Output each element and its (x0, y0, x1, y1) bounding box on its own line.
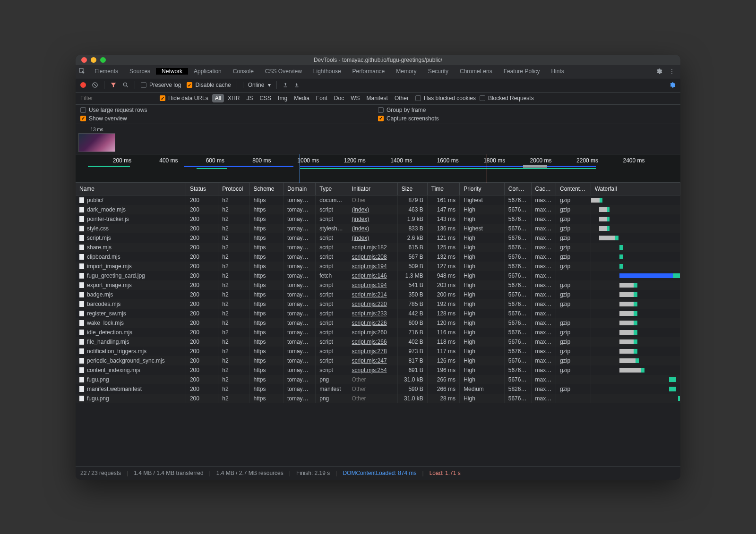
use-large-rows-checkbox[interactable]: Use large request rows (80, 107, 378, 113)
table-row[interactable]: dark_mode.mjs200h2httpstomayac…script(in… (76, 205, 680, 214)
clear-button[interactable] (92, 82, 98, 88)
settings-icon[interactable] (656, 68, 662, 75)
column-header[interactable]: Content-… (556, 183, 591, 195)
initiator-link[interactable]: (index) (352, 225, 369, 232)
tab-security[interactable]: Security (422, 68, 454, 75)
download-har-icon[interactable] (294, 82, 300, 88)
initiator-link[interactable]: script.mjs:266 (352, 339, 387, 345)
type-filter-manifest[interactable]: Manifest (364, 94, 391, 102)
show-overview-checkbox[interactable]: ✓Show overview (80, 115, 378, 122)
initiator-link[interactable]: script.mjs:233 (352, 310, 387, 317)
column-header[interactable]: Waterfall (591, 183, 680, 195)
table-row[interactable]: fugu.png200h2httpstomayac…pngOther31.0 k… (76, 394, 680, 403)
type-filter-img[interactable]: Img (275, 94, 290, 102)
table-row[interactable]: manifest.webmanifest200h2httpstomayac…ma… (76, 384, 680, 394)
initiator-link[interactable]: script.mjs:146 (352, 272, 387, 279)
initiator-link[interactable]: script.mjs:226 (352, 320, 387, 326)
overview-timeline[interactable]: 200 ms400 ms600 ms800 ms1000 ms1200 ms14… (76, 154, 680, 183)
column-header[interactable]: Initiator (348, 183, 397, 195)
capture-screenshots-checkbox[interactable]: ✓Capture screenshots (378, 115, 676, 122)
table-row[interactable]: notification_triggers.mjs200h2httpstomay… (76, 347, 680, 356)
column-header[interactable]: Size (397, 183, 427, 195)
inspect-icon[interactable] (76, 68, 89, 75)
type-filter-xhr[interactable]: XHR (225, 94, 242, 102)
table-row[interactable]: wake_lock.mjs200h2httpstomayac…scriptscr… (76, 318, 680, 328)
initiator-link[interactable]: script.mjs:247 (352, 357, 387, 364)
tab-console[interactable]: Console (227, 68, 259, 75)
table-row[interactable]: fugu_greeting_card.jpg200h2httpstomayac…… (76, 271, 680, 280)
record-button[interactable] (80, 82, 86, 88)
tab-memory[interactable]: Memory (390, 68, 422, 75)
table-row[interactable]: badge.mjs200h2httpstomayac…scriptscript.… (76, 290, 680, 299)
tab-elements[interactable]: Elements (89, 68, 124, 75)
tab-lighthouse[interactable]: Lighthouse (308, 68, 347, 75)
titlebar[interactable]: DevTools - tomayac.github.io/fugu-greeti… (76, 55, 680, 65)
column-header[interactable]: Scheme (249, 183, 283, 195)
initiator-link[interactable]: script.mjs:194 (352, 282, 387, 288)
column-header[interactable]: Protocol (218, 183, 249, 195)
search-icon[interactable] (122, 82, 129, 88)
more-icon[interactable]: ⋮ (669, 68, 675, 75)
initiator-link[interactable]: script.mjs:254 (352, 367, 387, 373)
type-filter-all[interactable]: All (212, 94, 224, 102)
type-filter-css[interactable]: CSS (257, 94, 274, 102)
blocked-requests-checkbox[interactable]: Blocked Requests (480, 95, 534, 102)
table-row[interactable]: share.mjs200h2httpstomayac…scriptscript.… (76, 243, 680, 252)
table-row[interactable]: barcodes.mjs200h2httpstomayac…scriptscri… (76, 299, 680, 309)
table-row[interactable]: register_sw.mjs200h2httpstomayac…scripts… (76, 309, 680, 318)
column-header[interactable]: Cach… (531, 183, 556, 195)
column-header[interactable]: Type (316, 183, 348, 195)
type-filter-js[interactable]: JS (243, 94, 256, 102)
type-filter-ws[interactable]: WS (348, 94, 362, 102)
initiator-link[interactable]: script.mjs:260 (352, 329, 387, 336)
table-row[interactable]: periodic_background_sync.mjs200h2httpsto… (76, 356, 680, 365)
table-row[interactable]: clipboard.mjs200h2httpstomayac…scriptscr… (76, 252, 680, 262)
table-row[interactable]: pointer-tracker.js200h2httpstomayac…scri… (76, 214, 680, 224)
table-row[interactable]: file_handling.mjs200h2httpstomayac…scrip… (76, 337, 680, 347)
table-row[interactable]: idle_detection.mjs200h2httpstomayac…scri… (76, 328, 680, 337)
initiator-link[interactable]: (index) (352, 206, 369, 213)
filter-input[interactable] (80, 95, 156, 102)
tab-performance[interactable]: Performance (347, 68, 391, 75)
preserve-log-checkbox[interactable]: Preserve log (141, 82, 181, 88)
initiator-link[interactable]: script.mjs:278 (352, 348, 387, 355)
group-by-frame-checkbox[interactable]: Group by frame (378, 107, 676, 113)
type-filter-other[interactable]: Other (392, 94, 412, 102)
tab-css-overview[interactable]: CSS Overview (259, 68, 308, 75)
tab-hints[interactable]: Hints (545, 68, 569, 75)
tab-chromelens[interactable]: ChromeLens (454, 68, 498, 75)
requests-table[interactable]: NameStatusProtocolSchemeDomainTypeInitia… (76, 183, 680, 466)
table-row[interactable]: fugu.png200h2httpstomayac…pngOther31.0 k… (76, 375, 680, 384)
table-row[interactable]: script.mjs200h2httpstomayac…script(index… (76, 233, 680, 243)
has-blocked-cookies-checkbox[interactable]: Has blocked cookies (415, 95, 476, 102)
tab-sources[interactable]: Sources (124, 68, 156, 75)
tab-network[interactable]: Network (156, 68, 188, 75)
initiator-link[interactable]: script.mjs:208 (352, 254, 387, 260)
initiator-link[interactable]: (index) (352, 216, 369, 222)
type-filter-media[interactable]: Media (291, 94, 312, 102)
column-header[interactable]: Name (76, 183, 186, 195)
table-row[interactable]: export_image.mjs200h2httpstomayac…script… (76, 280, 680, 290)
throttling-select[interactable]: Online ▾ (243, 82, 271, 88)
type-filter-doc[interactable]: Doc (331, 94, 347, 102)
column-header[interactable]: Priority (460, 183, 505, 195)
table-row[interactable]: style.css200h2httpstomayac…stylesheet(in… (76, 224, 680, 233)
table-row[interactable]: import_image.mjs200h2httpstomayac…script… (76, 262, 680, 271)
initiator-link[interactable]: script.mjs:214 (352, 291, 387, 298)
initiator-link[interactable]: script.mjs:220 (352, 301, 387, 307)
column-header[interactable]: Time (427, 183, 459, 195)
column-header[interactable]: Status (186, 183, 218, 195)
column-header[interactable]: Conne… (504, 183, 531, 195)
tab-application[interactable]: Application (188, 68, 227, 75)
table-row[interactable]: public/200h2httpstomayac…documentOther87… (76, 195, 680, 205)
upload-har-icon[interactable] (283, 82, 288, 88)
column-header[interactable]: Domain (283, 183, 315, 195)
initiator-link[interactable]: script.mjs:194 (352, 263, 387, 270)
filter-icon[interactable] (110, 82, 117, 88)
initiator-link[interactable]: script.mjs:182 (352, 244, 387, 251)
type-filter-font[interactable]: Font (313, 94, 330, 102)
table-row[interactable]: content_indexing.mjs200h2httpstomayac…sc… (76, 365, 680, 375)
tab-feature-policy[interactable]: Feature Policy (498, 68, 546, 75)
screenshot-thumbnail[interactable] (78, 133, 115, 152)
hide-data-urls-checkbox[interactable]: ✓Hide data URLs (160, 95, 208, 102)
